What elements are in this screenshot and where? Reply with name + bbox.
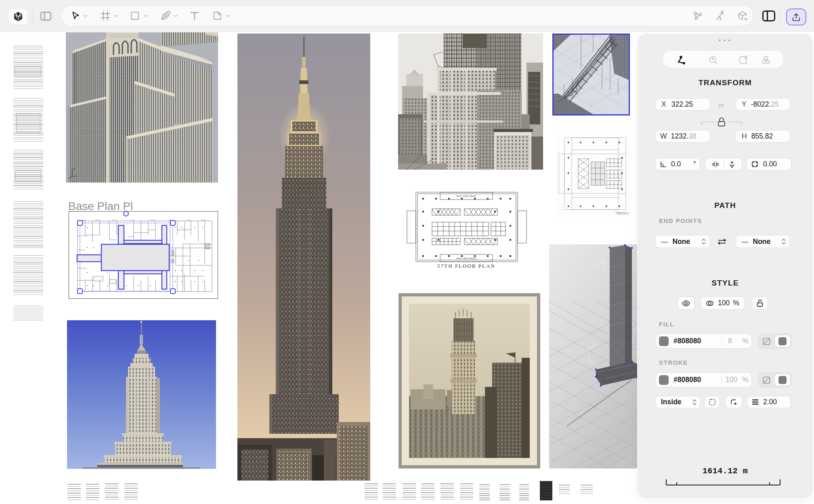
svg-text:57TH FLOOR PLAN: 57TH FLOOR PLAN	[437, 263, 495, 269]
svg-text:7TH FLO: 7TH FLO	[615, 212, 628, 215]
svg-text:WEST 34TH STREET: WEST 34TH STREET	[456, 195, 477, 197]
svg-text:WEST 33RD STREET: WEST 33RD STREET	[456, 257, 477, 260]
